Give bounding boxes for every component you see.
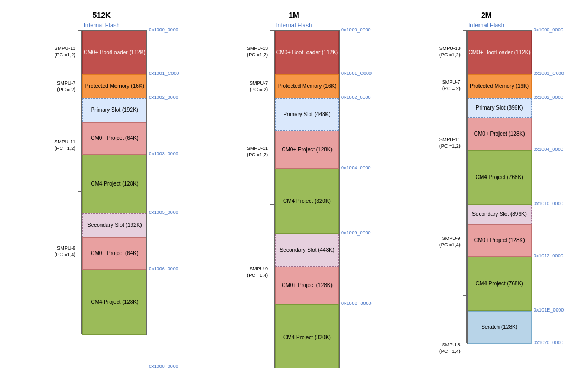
mem-block-1-6: CM0+ Project (128K) (275, 267, 339, 304)
mem-col-1: CM0+ BootLoader (112K)Protected Memory (… (274, 30, 340, 368)
bracket-2: CM0+ BootLoader (112K)Protected Memory (… (463, 30, 532, 344)
addr-2-4: 0x1010_0000 (534, 201, 564, 206)
smpu-text-2-2: SMPU-11 (PC =1,2) (439, 137, 461, 149)
mem-block-2-2: Primary Slot (896K) (468, 98, 532, 118)
smpu-entry-0-2: SMPU-11 (PC =1,2) (54, 100, 75, 191)
addr-1-0: 0x1000_0000 (341, 27, 371, 33)
mem-block-0-2: Primary Slot (192K) (82, 98, 146, 122)
smpu-text-2-0: SMPU-13 (PC =1,2) (439, 46, 461, 58)
mem-block-0-3: CM0+ Project (64K) (82, 122, 146, 155)
mem-block-2-6: CM0+ Project (128K) (468, 224, 532, 257)
bracket-tick-0-3 (78, 191, 82, 313)
smpu-entry-1-0: SMPU-13 (PC =1,2) (247, 30, 268, 74)
mem-block-1-1: Protected Memory (16K) (275, 74, 339, 98)
column-title-0: 512K (93, 11, 111, 20)
mem-block-0-6: CM0+ Project (64K) (82, 237, 146, 270)
smpu-entry-2-3: SMPU-9 (PC =1,4) (439, 189, 461, 295)
smpu-labels-0: SMPU-13 (PC =1,2)SMPU-7 (PC = 2)SMPU-11 … (54, 30, 75, 313)
smpu-entry-0-1: SMPU-7 (PC = 2) (57, 74, 75, 100)
bracket-tick-0-2 (78, 100, 82, 191)
mem-block-2-5: Secondary Slot (896K) (468, 205, 532, 224)
bracket-tick-0-0 (78, 30, 82, 74)
addr-2-7: 0x1020_0000 (534, 340, 564, 345)
bracket-1: CM0+ BootLoader (112K)Protected Memory (… (270, 30, 340, 368)
smpu-entry-1-3: SMPU-9 (PC =1,4) (247, 204, 268, 341)
column-title-2: 2M (481, 11, 491, 20)
mem-block-1-7: CM4 Project (320K) (275, 304, 339, 368)
bracket-line-1 (270, 30, 274, 368)
bracket-0: CM0+ BootLoader (112K)Protected Memory (… (78, 30, 147, 335)
column-0: 512KInternal FlashSMPU-13 (PC =1,2)SMPU-… (54, 11, 149, 335)
smpu-entry-2-2: SMPU-11 (PC =1,2) (439, 98, 461, 189)
addr-0-4: 0x1005_0000 (149, 210, 178, 215)
addr-2-6: 0x101E_0000 (534, 307, 564, 313)
bracket-tick-1-3 (270, 204, 274, 341)
addr-1-3: 0x1004_0000 (341, 165, 371, 170)
smpu-labels-1: SMPU-13 (PC =1,2)SMPU-7 (PC = 2)SMPU-11 … (247, 30, 268, 341)
addr-0-6: 0x1008_0000 (149, 364, 178, 368)
addr-2-1: 0x1001_C000 (534, 71, 564, 76)
addr-2-2: 0x1002_0000 (534, 94, 564, 100)
mem-block-0-0: CM0+ BootLoader (112K) (82, 31, 146, 74)
mem-block-1-0: CM0+ BootLoader (112K) (275, 31, 339, 74)
mem-block-2-8: Scratch (128K) (468, 311, 532, 344)
smpu-text-2-3: SMPU-9 (PC =1,4) (439, 236, 461, 248)
smpu-text-1-2: SMPU-11 (PC =1,2) (247, 145, 268, 158)
bracket-tick-2-2 (463, 98, 467, 189)
mem-block-1-5: Secondary Slot (448K) (275, 234, 339, 267)
mem-block-2-0: CM0+ BootLoader (112K) (468, 31, 532, 74)
addr-0-5: 0x1006_0000 (149, 266, 178, 271)
smpu-text-1-1: SMPU-7 (PC = 2) (250, 80, 268, 93)
mem-block-2-3: CM0+ Project (128K) (468, 118, 532, 150)
flash-label-1: Internal Flash (276, 22, 312, 28)
addr-2-5: 0x1012_0000 (534, 253, 564, 258)
bracket-tick-1-1 (270, 74, 274, 100)
bracket-line-0 (78, 30, 82, 334)
addr-1-4: 0x1009_0000 (341, 230, 371, 236)
smpu-text-2-4: SMPU-8 (PC =1,4) (439, 342, 461, 354)
smpu-text-1-0: SMPU-13 (PC =1,2) (247, 46, 268, 58)
mem-col-2: CM0+ BootLoader (112K)Protected Memory (… (467, 30, 532, 344)
mem-block-1-4: CM4 Project (320K) (275, 169, 339, 234)
mem-block-0-1: Protected Memory (16K) (82, 74, 146, 98)
column-2: 2MInternal FlashSMPU-13 (PC =1,2)SMPU-7 … (439, 11, 534, 368)
addr-0-1: 0x1001_C000 (149, 71, 179, 76)
smpu-labels-2: SMPU-13 (PC =1,2)SMPU-7 (PC = 2)SMPU-11 … (439, 30, 461, 368)
bracket-tick-0-1 (78, 74, 82, 100)
addr-0-0: 0x1000_0000 (149, 27, 178, 33)
smpu-entry-2-4: SMPU-8 (PC =1,4) (439, 295, 461, 368)
addr-1-2: 0x1002_0000 (341, 94, 371, 100)
addr-2-0: 0x1000_0000 (534, 27, 564, 33)
smpu-entry-0-3: SMPU-9 (PC =1,4) (55, 191, 76, 313)
bracket-tick-2-4 (463, 295, 467, 368)
flash-label-2: Internal Flash (468, 22, 504, 28)
bracket-tick-2-3 (463, 189, 467, 295)
addr-0-2: 0x1002_0000 (149, 94, 178, 100)
bracket-tick-2-1 (463, 74, 467, 98)
bracket-tick-2-0 (463, 30, 467, 74)
addr-2-3: 0x1004_0000 (534, 147, 564, 152)
mem-block-2-1: Protected Memory (16K) (468, 74, 532, 98)
mem-block-0-7: CM4 Project (128K) (82, 270, 146, 335)
diagram-2: SMPU-13 (PC =1,2)SMPU-7 (PC = 2)SMPU-11 … (439, 30, 534, 368)
mem-block-0-4: CM4 Project (128K) (82, 155, 146, 213)
bracket-tick-1-2 (270, 100, 274, 204)
smpu-text-2-1: SMPU-7 (PC = 2) (442, 79, 461, 92)
mem-block-0-5: Secondary Slot (192K) (82, 213, 146, 237)
smpu-text-1-3: SMPU-9 (PC =1,4) (247, 266, 268, 278)
column-1: 1MInternal FlashSMPU-13 (PC =1,2)SMPU-7 … (247, 11, 341, 368)
diagram-0: SMPU-13 (PC =1,2)SMPU-7 (PC = 2)SMPU-11 … (54, 30, 149, 335)
column-title-1: 1M (289, 11, 299, 20)
smpu-entry-1-1: SMPU-7 (PC = 2) (250, 74, 268, 100)
addr-0-3: 0x1003_0000 (149, 151, 178, 156)
diagram-1: SMPU-13 (PC =1,2)SMPU-7 (PC = 2)SMPU-11 … (247, 30, 341, 368)
addr-1-5: 0x100B_0000 (341, 301, 372, 306)
main-container: 512KInternal FlashSMPU-13 (PC =1,2)SMPU-… (5, 5, 583, 368)
smpu-text-0-0: SMPU-13 (PC =1,2) (54, 46, 75, 58)
mem-block-2-7: CM4 Project (768K) (468, 257, 532, 311)
bracket-line-2 (463, 30, 467, 343)
smpu-text-0-2: SMPU-11 (PC =1,2) (54, 139, 75, 151)
bracket-tick-1-0 (270, 30, 274, 74)
smpu-entry-2-0: SMPU-13 (PC =1,2) (439, 30, 461, 74)
mem-block-2-4: CM4 Project (768K) (468, 150, 532, 205)
